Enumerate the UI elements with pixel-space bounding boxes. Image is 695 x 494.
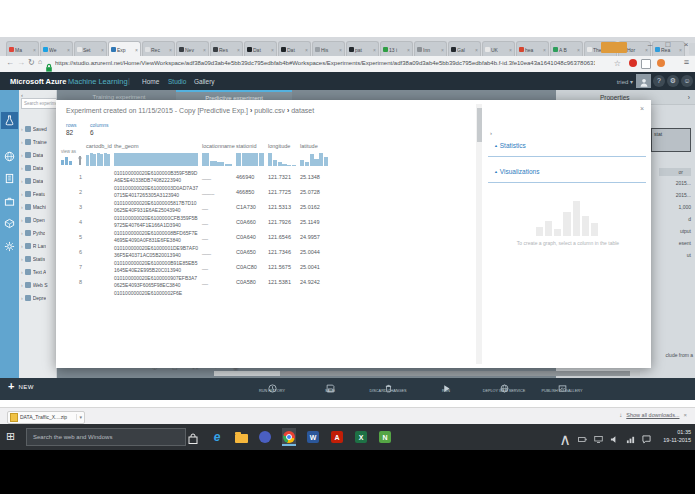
chrome-icon[interactable]	[282, 428, 296, 446]
palette-item-data[interactable]: ›Data	[21, 175, 55, 186]
tab-close-icon[interactable]: ×	[203, 47, 206, 53]
show-all-downloads-link[interactable]: Show all downloads...	[626, 412, 679, 418]
tab-close-icon[interactable]: ×	[475, 47, 478, 53]
column-histogram-stationid[interactable]	[236, 152, 264, 166]
expander-icon[interactable]: ›	[21, 152, 23, 158]
table-row-5[interactable]: 5010100000020E61000008BFD65F7E4695E4090A…	[56, 230, 476, 244]
canvas-module-sliver[interactable]: stat	[651, 128, 691, 152]
scrollbar-thumb[interactable]	[280, 371, 630, 376]
expander-icon[interactable]: ›	[21, 217, 23, 223]
run-history-button[interactable]: RUN HISTORY	[250, 379, 294, 394]
tab-close-icon[interactable]: ×	[169, 47, 172, 53]
scrollbar-thumb[interactable]	[477, 108, 482, 142]
table-row-3[interactable]: 3010100000020E61000005817B7D100625E40F93…	[56, 200, 476, 214]
publish-to-gallery-button[interactable]: PUBLISH TO GALLERY	[540, 379, 584, 394]
network-icon[interactable]	[594, 435, 603, 444]
reload-icon[interactable]: ↻	[28, 58, 35, 67]
start-button[interactable]: ⊞	[6, 430, 15, 443]
save-button[interactable]: SAVE	[308, 379, 352, 394]
table-row-6[interactable]: 6010100000020E61000001DE9B7AF036F5E40371…	[56, 245, 476, 259]
column-header-latitude[interactable]: latitude	[300, 143, 328, 149]
settings-gear-icon[interactable]	[1, 238, 18, 255]
browser-tab-7[interactable]: Dat×	[244, 41, 277, 57]
expander-icon[interactable]: ›	[21, 256, 23, 262]
experiments-flask-icon[interactable]	[1, 112, 18, 129]
browser-tab-0[interactable]: Ma×	[6, 41, 39, 57]
column-histogram-cartodb_id[interactable]	[86, 152, 110, 166]
tab-close-icon[interactable]: ×	[67, 47, 70, 53]
expander-icon[interactable]: ›	[21, 295, 23, 301]
window-close-button[interactable]: ×	[679, 40, 693, 49]
expander-icon[interactable]: ›	[21, 178, 23, 184]
tab-close-icon[interactable]: ×	[271, 47, 274, 53]
tab-close-icon[interactable]: ×	[101, 47, 104, 53]
canvas-horizontal-scrollbar[interactable]	[214, 371, 640, 376]
store-icon[interactable]	[186, 428, 200, 446]
new-button[interactable]: + NEW	[8, 381, 34, 392]
palette-item-data[interactable]: ›Data	[21, 162, 55, 173]
avatar[interactable]	[636, 74, 651, 88]
expander-icon[interactable]: ›	[21, 165, 23, 171]
nav-gallery[interactable]: Gallery	[194, 78, 215, 85]
column-header-locationname[interactable]: locationname	[202, 143, 232, 149]
green-app-icon[interactable]: N	[378, 428, 392, 446]
browser-tab-12[interactable]: Inn×	[414, 41, 447, 57]
browser-tab-2[interactable]: Set×	[74, 41, 107, 57]
column-histogram-latitude[interactable]	[300, 152, 328, 166]
browser-tab-8[interactable]: Dat×	[278, 41, 311, 57]
column-header-stationid[interactable]: stationid	[236, 143, 264, 149]
table-row-2[interactable]: 2010100000020E61000003D0AD7A370715E40172…	[56, 185, 476, 199]
column-histogram-locationname[interactable]	[202, 152, 232, 166]
browser-tab-15[interactable]: hea×	[516, 41, 549, 57]
browser-tab-4[interactable]: Rec×	[142, 41, 175, 57]
download-item[interactable]: DATA_Traffic_X....zip ▾	[7, 411, 85, 424]
tab-close-icon[interactable]: ×	[373, 47, 376, 53]
palette-item-text-a[interactable]: ›Text A	[21, 266, 55, 277]
palette-item-machi[interactable]: ›Machi	[21, 201, 55, 212]
edge-icon[interactable]: e	[210, 428, 224, 446]
taskbar-search-input[interactable]: Search the web and Windows	[26, 428, 186, 446]
panel-collapse-icon[interactable]: ›	[490, 130, 492, 136]
browser-tab-13[interactable]: Gal×	[448, 41, 481, 57]
acrobat-icon[interactable]: A	[330, 428, 344, 446]
expander-icon[interactable]: ›	[21, 126, 23, 132]
tab-close-icon[interactable]: ×	[33, 47, 36, 53]
palette-item-r-lan[interactable]: ›R Lan	[21, 240, 55, 251]
forward-icon[interactable]: →	[17, 58, 25, 67]
tab-close-icon[interactable]: ×	[577, 47, 580, 53]
feedback-smiley-icon[interactable]: ☺	[681, 75, 693, 87]
extension-icon[interactable]	[641, 59, 651, 69]
expander-icon[interactable]: ›	[21, 139, 23, 145]
palette-item-open[interactable]: ›Open	[21, 214, 55, 225]
nav-studio[interactable]: Studio	[168, 78, 186, 85]
speaker-icon[interactable]	[610, 435, 619, 444]
word-icon[interactable]: W	[306, 428, 320, 446]
wifi-icon[interactable]	[626, 435, 635, 444]
notebooks-icon[interactable]	[1, 170, 18, 187]
run-button[interactable]: RUN	[424, 379, 468, 394]
home-icon[interactable]: ⌂	[38, 58, 42, 65]
tab-close-icon[interactable]: ×	[135, 47, 138, 53]
browser-menu-icon[interactable]: ≡	[684, 57, 689, 67]
tab-close-icon[interactable]: ×	[509, 47, 512, 53]
browser-tab-11[interactable]: 13 i×	[380, 41, 413, 57]
table-row-1[interactable]: 1010100000020E6100000B359F5B9DA6E5E40338…	[56, 170, 476, 184]
settings-icon[interactable]: ⚙	[667, 75, 679, 87]
tab-close-icon[interactable]: ×	[407, 47, 410, 53]
palette-item-depre[interactable]: ›Depre	[21, 292, 55, 303]
datasets-cube-icon[interactable]	[1, 215, 18, 232]
column-header-longitude[interactable]: longitude	[268, 143, 296, 149]
column-header-the_geom[interactable]: the_geom	[114, 143, 198, 149]
palette-item-saved[interactable]: ›Saved	[21, 123, 55, 134]
url-text[interactable]: https://studio.azureml.net/Home/ViewWork…	[55, 60, 595, 66]
table-row-7[interactable]: 7010100000020E6100000B91E85EB51645E40E2E…	[56, 260, 476, 274]
browser-tab-1[interactable]: We×	[40, 41, 73, 57]
palette-item-featu[interactable]: ›Featu	[21, 188, 55, 199]
palette-item-pytho[interactable]: ›Pytho	[21, 227, 55, 238]
help-icon[interactable]: ?	[653, 75, 665, 87]
browser-tab-3[interactable]: Exp×	[108, 41, 141, 57]
battery-icon[interactable]	[578, 435, 587, 444]
tab-close-icon[interactable]: ×	[339, 47, 342, 53]
user-menu[interactable]: tried ▾	[617, 78, 633, 85]
tray-chevron-up-icon[interactable]: ∧	[559, 430, 571, 449]
